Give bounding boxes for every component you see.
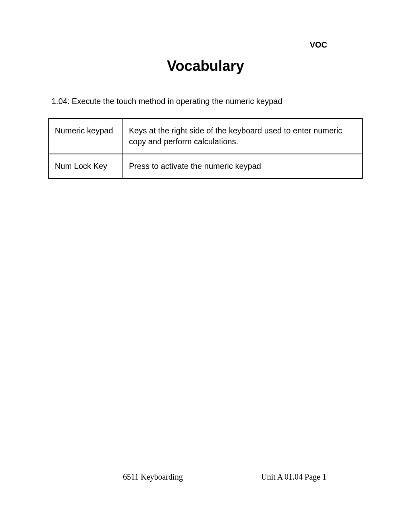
objective-text: 1.04: Execute the touch method in operat… [48, 97, 363, 106]
vocab-table: Numeric keypad Keys at the right side of… [48, 118, 363, 179]
vocab-term: Numeric keypad [49, 118, 123, 154]
table-row: Numeric keypad Keys at the right side of… [49, 118, 362, 154]
vocab-term: Num Lock Key [49, 154, 123, 179]
footer-course: 6511 Keyboarding [123, 472, 183, 482]
vocab-definition: Keys at the right side of the keyboard u… [123, 118, 362, 154]
document-page: VOC Vocabulary 1.04: Execute the touch m… [0, 0, 411, 532]
table-row: Num Lock Key Press to activate the numer… [49, 154, 362, 179]
footer-unit-page: Unit A 01.04 Page 1 [261, 472, 326, 482]
header-label: VOC [48, 40, 363, 50]
page-title: Vocabulary [48, 58, 363, 75]
vocab-definition: Press to activate the numeric keypad [123, 154, 362, 179]
